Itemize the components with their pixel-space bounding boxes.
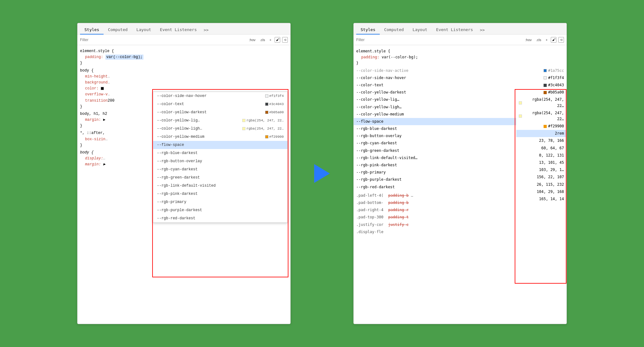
selector-body-1: body {	[80, 68, 94, 73]
display-selector: .display-fle	[354, 228, 516, 236]
right-val-padding: var(--color-bg);	[382, 55, 418, 59]
filter-input-right[interactable]	[356, 38, 522, 42]
autocomplete-item-12[interactable]: --rgb-pink-darkest	[153, 190, 287, 198]
autocomplete-item-1[interactable]: --color-text #3c4043	[153, 100, 287, 108]
rgb-green-val: 13, 101, 45	[516, 159, 566, 166]
cls-button-right[interactable]: .cls	[535, 37, 543, 42]
plus-button-right[interactable]: +	[545, 37, 549, 42]
prop-boxsizing[interactable]: box-sizin	[85, 137, 105, 141]
autocomplete-item-3[interactable]: --color-yellow-lig… rgba(254, 247, 22…	[153, 116, 287, 125]
plus-button-left[interactable]: +	[268, 37, 273, 42]
ac-name-8: --rgb-button-overlay	[157, 158, 202, 164]
rgb-red-val: 165, 14, 14	[516, 195, 566, 203]
swatch-yellow-lig	[519, 101, 522, 104]
rgb-link-val: 103, 29, 1…	[516, 166, 566, 174]
prop-display[interactable]: display:	[85, 156, 103, 161]
prop-padding-name[interactable]: padding:	[85, 55, 103, 59]
rgb-cyan-val: 0, 122, 131	[516, 152, 566, 159]
color-text-val: #3c4043	[516, 82, 566, 89]
color-swatch-black	[101, 87, 104, 90]
flow-space-row-left: --flow-space	[354, 118, 516, 125]
autocomplete-item-4[interactable]: --color-yellow-ligh… rgba(254, 247, 22…	[153, 125, 287, 133]
filter-input-left[interactable]	[80, 38, 246, 42]
prop-color[interactable]: color:	[85, 86, 99, 91]
ac-name-9: --rgb-cyan-darkest	[157, 167, 198, 172]
paint-icon-left[interactable]: 🖌	[275, 37, 280, 43]
tab-more-right[interactable]: >>	[477, 26, 487, 34]
filter-bar-left: :hov .cls + 🖌 ◁	[78, 35, 290, 45]
tab-layout-left[interactable]: Layout	[132, 25, 156, 35]
rgb-link-row-left: --rgb-link-default-visited…	[354, 154, 516, 162]
autocomplete-item-2[interactable]: --color-yellow-darkest #b05a00	[153, 108, 287, 116]
val-display: …	[103, 156, 105, 161]
tab-layout-right[interactable]: Layout	[408, 25, 432, 35]
autocomplete-item-9[interactable]: --rgb-cyan-darkest	[153, 165, 287, 174]
rgb-blue-row-left: --rgb-blue-darkest	[354, 125, 516, 132]
tab-styles-right[interactable]: Styles	[356, 25, 380, 35]
autocomplete-item-5[interactable]: --color-yellow-medium #f29900	[153, 133, 287, 141]
prop-padding-value[interactable]: var(--color-bg);	[105, 55, 143, 60]
autocomplete-item-8[interactable]: --rgb-button-overlay	[153, 157, 287, 165]
tab-styles-left[interactable]: Styles	[80, 25, 104, 35]
styles-content-left: element.style { padding: var(--color-bg)…	[78, 45, 290, 324]
rgb-red-row-left: --rgb-red-darkest	[354, 184, 516, 191]
prop-margin-1[interactable]: margin:	[85, 118, 101, 122]
rgb-primary-val: 26, 115, 232	[516, 181, 566, 188]
prop-overflow[interactable]: overflow-v	[85, 92, 108, 97]
ac-name-10: --rgb-green-darkest	[157, 175, 200, 180]
tab-more-left[interactable]: >>	[201, 26, 211, 34]
tab-event-listeners-right[interactable]: Event Listeners	[432, 25, 477, 35]
brace-4: }	[80, 143, 82, 147]
ac-name-15: --rgb-red-darkest	[157, 216, 195, 221]
autocomplete-item-10[interactable]: --rgb-green-darkest	[153, 174, 287, 182]
swatch-yellow-ligh	[519, 115, 522, 118]
hov-button-left[interactable]: :hov	[248, 37, 257, 42]
ac-name-5: --color-yellow-medium	[157, 134, 204, 140]
tab-computed-right[interactable]: Computed	[380, 25, 408, 35]
tab-event-listeners-left[interactable]: Event Listeners	[156, 25, 201, 35]
autocomplete-item-6[interactable]: --flow-space	[153, 141, 287, 149]
autocomplete-item-7[interactable]: --rgb-blue-darkest	[153, 149, 287, 157]
val-margin-2: ▶	[103, 162, 105, 167]
swatch-yellow-medium	[544, 125, 547, 128]
prop-transition[interactable]: transition	[85, 99, 108, 103]
ac-name-12: --rgb-pink-darkest	[157, 191, 198, 197]
arrow-container	[309, 164, 335, 183]
right-devtools-panel: Styles Computed Layout Event Listeners >…	[353, 23, 567, 324]
filter-actions-left: :hov .cls + 🖌 ◁	[248, 37, 288, 43]
left-devtools-panel: Styles Computed Layout Event Listeners >…	[77, 23, 291, 324]
right-rule-element-style: element.style { padding: var(--color-bg)…	[354, 48, 566, 67]
color-text-row-left: --color-text	[354, 82, 516, 89]
prop-margin-2[interactable]: margin:	[85, 162, 101, 167]
prop-background[interactable]: background	[85, 80, 108, 85]
prop-min-height[interactable]: min-height	[85, 74, 108, 79]
toggle-icon-right[interactable]: ◁	[558, 37, 564, 43]
yellow-lig-val: rgba(254, 247, 22…	[516, 96, 566, 109]
pad-right-selector: .pad-right-4 padding-r	[354, 206, 516, 214]
ac-name-0: --color-side-nav-hover	[157, 93, 207, 99]
autocomplete-item-15[interactable]: --rgb-red-darkest	[153, 214, 287, 222]
brace-3: }	[80, 124, 82, 128]
right-names-col: --color-side-nav-active --color-side-nav…	[354, 67, 516, 236]
right-tabs-bar: Styles Computed Layout Event Listeners >…	[354, 23, 566, 35]
paint-icon-right[interactable]: 🖌	[551, 37, 556, 43]
autocomplete-item-11[interactable]: --rgb-link-default-visited	[153, 182, 287, 190]
yellow-lig-row-left: --color-yellow-lig…	[354, 96, 516, 103]
nav-hover-row-left: --color-side-nav-hover	[354, 74, 516, 82]
cls-button-left[interactable]: .cls	[259, 37, 266, 42]
swatch-text	[544, 84, 547, 87]
ac-name-1: --color-text	[157, 101, 184, 107]
autocomplete-item-13[interactable]: --rgb-primary	[153, 198, 287, 206]
toggle-icon-left[interactable]: ◁	[282, 37, 288, 43]
right-prop-padding[interactable]: padding:	[361, 55, 379, 59]
ac-name-13: --rgb-primary	[157, 199, 186, 205]
ac-name-3: --color-yellow-lig…	[157, 118, 200, 123]
ac-swatch-4	[242, 127, 245, 130]
left-tabs-bar: Styles Computed Layout Event Listeners >…	[78, 23, 290, 35]
tab-computed-left[interactable]: Computed	[104, 25, 132, 35]
autocomplete-item-14[interactable]: --rgb-purple-darkest	[153, 206, 287, 214]
autocomplete-item-0[interactable]: --color-side-nav-hover #f1f3f4	[153, 92, 287, 100]
rgb-green-row-left: --rgb-green-darkest	[354, 147, 516, 154]
hov-button-right[interactable]: :hov	[524, 37, 533, 42]
rgb-button-row-left: --rgb-button-overlay	[354, 132, 516, 140]
